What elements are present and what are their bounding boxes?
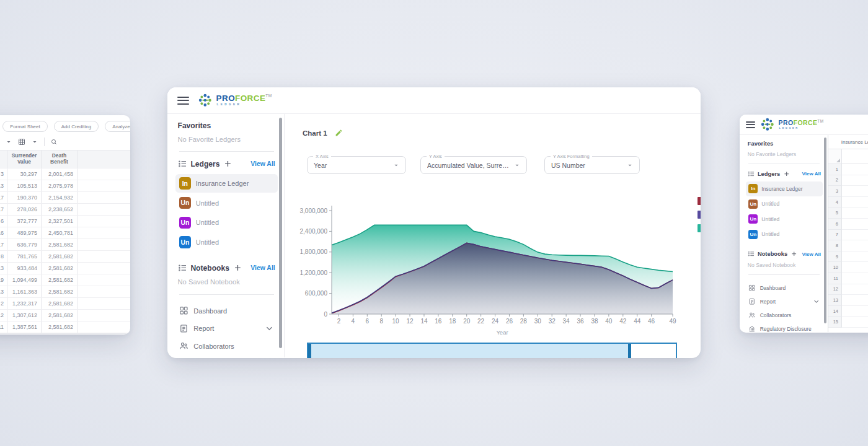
sheet-action-button[interactable]: Analyze With ... — [105, 121, 130, 132]
svg-text:49: 49 — [669, 318, 676, 325]
edit-pencil-icon[interactable] — [335, 129, 343, 137]
range-slider-fill — [308, 344, 630, 358]
ledger-item[interactable]: Un Untitled — [175, 213, 278, 232]
table-row[interactable]: 5 — [828, 208, 868, 219]
table-row[interactable]: 17 190,370 2,154,932 — [0, 192, 130, 204]
table-row[interactable]: 8 781,765 2,581,682 — [0, 251, 130, 263]
add-notebook-button[interactable] — [790, 250, 797, 257]
table-row[interactable]: 13 — [828, 295, 868, 306]
search-icon[interactable] — [50, 138, 58, 146]
add-ledger-button[interactable] — [783, 170, 790, 177]
nav-item-collaborators[interactable]: Collaborators — [178, 338, 275, 355]
table-row[interactable]: 11 — [828, 273, 868, 284]
table-row[interactable]: 13 105,513 2,075,978 — [0, 180, 130, 192]
table-row[interactable]: 11 1,387,561 2,581,682 — [0, 321, 130, 333]
table-row[interactable]: 8 — [828, 240, 868, 251]
nav-item-regulatory-disclosure[interactable]: Regulatory Disclosure — [748, 322, 821, 333]
range-slider-left-handle[interactable] — [308, 344, 311, 358]
ledger-item[interactable]: Un Untitled — [746, 212, 823, 226]
table-row[interactable]: 2 1,232,317 2,581,682 — [0, 298, 130, 310]
nav-item-regulatory-disclosure[interactable]: Regulatory Disclosure — [178, 355, 275, 358]
chart-range-slider[interactable] — [307, 343, 677, 358]
ledger-item[interactable]: Un Untitled — [175, 194, 278, 212]
nav-item-dashboard[interactable]: Dashboard — [748, 281, 821, 295]
select-y-axis-formatting[interactable]: Y Axis Formatting US Number — [544, 156, 640, 174]
sheet-tab[interactable]: Alt 19 — [45, 334, 60, 334]
range-slider-right-handle[interactable] — [628, 344, 631, 358]
grid-icon[interactable] — [18, 138, 25, 146]
nav-item-report[interactable]: Report — [748, 295, 821, 308]
select-label: X Axis — [313, 154, 331, 159]
cell-0-year — [842, 295, 868, 306]
ledger-item[interactable]: Un Untitled — [746, 227, 823, 241]
menu-icon[interactable] — [177, 97, 189, 105]
ledgers-view-all-link[interactable]: View All — [250, 160, 275, 167]
ledger-item[interactable]: Un Untitled — [175, 233, 278, 251]
sheet-action-button[interactable]: Add Crediting — [54, 121, 99, 132]
notebooks-view-all-link[interactable]: View All — [802, 251, 820, 257]
cell-death-benefit: 2,581,682 — [42, 251, 78, 262]
row-number: 12 — [828, 284, 842, 295]
svg-text:46: 46 — [648, 318, 655, 325]
sheet-tab[interactable]: Ch — [124, 334, 130, 334]
table-row[interactable]: 17 636,779 2,581,682 — [0, 239, 130, 251]
table-row[interactable]: 7 — [828, 230, 868, 241]
chevron-down-icon[interactable] — [813, 298, 820, 305]
ledger-item[interactable]: In Insurance Ledger — [175, 174, 278, 193]
ledgers-header: LedgersView All — [748, 170, 821, 177]
table-row[interactable]: 3 — [828, 186, 868, 197]
table-row[interactable]: 2 — [828, 175, 868, 186]
ledger-table-tab[interactable]: Insurance Led... — [828, 135, 868, 149]
table-row[interactable]: 15 — [828, 317, 868, 328]
table-row[interactable]: 9 — [828, 251, 868, 263]
table-row[interactable]: 14 — [828, 306, 868, 317]
cell-partial: 3 — [0, 168, 7, 180]
menu-icon[interactable] — [746, 121, 755, 128]
select-x-axis[interactable]: X Axis Year — [307, 156, 406, 174]
row-number: 2 — [828, 175, 842, 186]
table-row[interactable]: 13 1,161,363 2,581,682 — [0, 286, 130, 298]
table-row[interactable]: 13 933,484 2,581,682 — [0, 263, 130, 274]
ledger-item[interactable]: Un Untitled — [746, 197, 823, 211]
nav-item-report[interactable]: Report — [178, 320, 275, 337]
sheet-table-header: Surrender Value Death Benefit — [0, 150, 130, 168]
nav-item-label: Regulatory Disclosure — [760, 326, 812, 332]
select-y-axis[interactable]: Y Axis Accumulated Value, Surrender ... — [420, 156, 527, 174]
svg-text:20: 20 — [463, 318, 471, 325]
brand-force: FORCE — [794, 119, 818, 126]
ledger-badge: Un — [748, 199, 758, 209]
sheet-tab[interactable]: Chart 19 — [7, 334, 29, 334]
table-row[interactable]: 10 — [828, 262, 868, 273]
caret-down-icon[interactable] — [31, 138, 38, 146]
select-all-corner-cell[interactable] — [828, 149, 842, 164]
caret-down-icon[interactable] — [5, 138, 12, 146]
chevron-down-icon[interactable] — [265, 324, 274, 333]
sidebar-scrollbar[interactable] — [279, 118, 282, 348]
table-row[interactable]: 19 1,094,499 2,581,682 — [0, 274, 130, 286]
table-row[interactable]: 4 — [828, 197, 868, 208]
table-row[interactable]: 6 372,777 2,327,501 — [0, 216, 130, 227]
ledgers-header: LedgersView All — [178, 159, 275, 168]
row-number: 11 — [828, 273, 842, 284]
table-row[interactable]: 6 — [828, 219, 868, 230]
nav-item-collaborators[interactable]: Collaborators — [748, 308, 821, 322]
area-chart: 0600,0001,200,0001,800,0002,400,0003,000… — [297, 201, 681, 341]
list-icon — [748, 250, 755, 257]
ledger-item[interactable]: In Insurance Ledger — [746, 181, 823, 196]
add-ledger-button[interactable] — [223, 159, 232, 168]
table-row[interactable]: 12 1,307,612 2,581,682 — [0, 310, 130, 321]
add-notebook-button[interactable] — [233, 263, 242, 273]
table-row[interactable]: 17 278,026 2,238,652 — [0, 204, 130, 216]
sidebar-scrollbar[interactable] — [824, 138, 826, 323]
ledger-badge: Un — [748, 214, 758, 224]
sheet-action-button[interactable]: Format Sheet — [2, 121, 47, 132]
table-row[interactable]: 12 — [828, 284, 868, 295]
sheet-tab[interactable]: Prediction 21 — [76, 334, 108, 334]
row-number: 3 — [828, 186, 842, 197]
nav-item-dashboard[interactable]: Dashboard — [178, 302, 275, 320]
ledgers-view-all-link[interactable]: View All — [802, 171, 820, 177]
notebooks-view-all-link[interactable]: View All — [250, 265, 275, 271]
table-row[interactable]: 1 — [828, 164, 868, 175]
table-row[interactable]: 16 489,975 2,450,781 — [0, 227, 130, 239]
table-row[interactable]: 3 30,297 2,001,458 — [0, 168, 130, 180]
